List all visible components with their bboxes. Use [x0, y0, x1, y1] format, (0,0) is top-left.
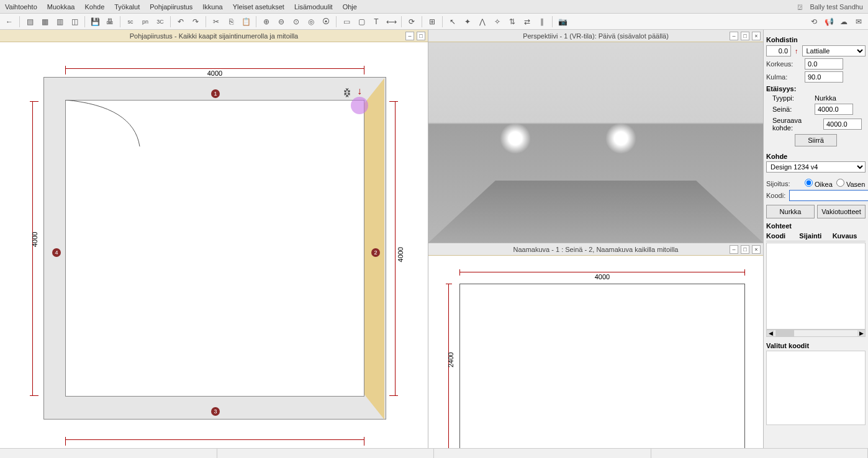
layout3-icon[interactable]: ▥: [53, 15, 66, 29]
seina-input[interactable]: [815, 104, 853, 115]
kohdistin-header: Kohdistin: [766, 36, 866, 43]
menu-ohje[interactable]: Ohje: [343, 3, 357, 11]
text-icon[interactable]: T: [369, 15, 383, 29]
menu-muokkaa[interactable]: Muokkaa: [47, 3, 75, 11]
korkeus-label: Korkeus:: [766, 60, 801, 68]
wall-badge-4[interactable]: 4: [52, 248, 61, 257]
distance-select[interactable]: Lattialle: [802, 45, 866, 56]
box-icon[interactable]: ▢: [355, 15, 368, 29]
light-spot-1: [500, 123, 531, 154]
paste-icon[interactable]: 📋: [239, 15, 253, 29]
dim-right-value: 4000: [397, 247, 404, 262]
plan-max-icon[interactable]: □: [417, 32, 425, 40]
scroll-thumb[interactable]: [775, 330, 794, 336]
tool-d-icon[interactable]: ⇅: [505, 15, 519, 29]
menu-vaihtoehto[interactable]: Vaihtoehto: [5, 3, 37, 11]
persp-min-icon[interactable]: –: [730, 32, 738, 40]
place-cursor[interactable]: ↖ ↗ ↙ ↘ ↓: [345, 86, 374, 115]
elev-min-icon[interactable]: –: [730, 245, 738, 254]
tool-e-icon[interactable]: ⇄: [520, 15, 534, 29]
nurkka-button[interactable]: Nurkka: [766, 205, 815, 218]
cut-icon[interactable]: ✂: [209, 15, 223, 29]
arrow-up-icon: ↑: [795, 47, 798, 55]
mail-icon[interactable]: ✉: [852, 15, 866, 29]
status-bar: [0, 448, 868, 458]
distance-input[interactable]: [766, 45, 791, 56]
back-icon[interactable]: ←: [2, 15, 16, 29]
print-icon[interactable]: 🖶: [103, 15, 117, 29]
wall-badge-3[interactable]: 3: [211, 407, 220, 416]
copy-icon[interactable]: ⎘: [224, 15, 238, 29]
menu-kohde[interactable]: Kohde: [84, 3, 104, 11]
kohteet-list[interactable]: [766, 243, 866, 330]
kulma-label: Kulma:: [766, 73, 801, 81]
cloud-icon[interactable]: ☁: [837, 15, 851, 29]
seuraava-input[interactable]: [823, 119, 862, 130]
zoomout-icon[interactable]: ⊖: [274, 15, 288, 29]
kohde-header: Kohde: [766, 153, 866, 160]
tool-a-icon[interactable]: ✦: [461, 15, 474, 29]
elev-max-icon[interactable]: □: [741, 245, 749, 254]
wall-badge-1[interactable]: 1: [211, 89, 220, 98]
tool-b-icon[interactable]: ⋀: [476, 15, 489, 29]
zoomall-icon[interactable]: ⦿: [319, 15, 333, 29]
zoomwin-icon[interactable]: ◎: [304, 15, 318, 29]
refresh-icon[interactable]: ⟲: [807, 15, 821, 29]
announce-icon[interactable]: 📢: [822, 15, 836, 29]
down-arrow-icon: ↓: [357, 86, 362, 97]
tool-f-icon[interactable]: ∥: [535, 15, 549, 29]
col-koodi: Koodi: [766, 232, 799, 240]
camera-icon[interactable]: 📷: [556, 15, 569, 29]
scroll-right-icon[interactable]: ▶: [857, 330, 865, 336]
layout2-icon[interactable]: ▦: [38, 15, 52, 29]
plan-canvas[interactable]: 4000 4000 4000 4000 1 2 3 4 ↖ ↗ ↙ ↘ ↓: [0, 42, 428, 458]
dim-left-value: 4000: [31, 232, 38, 247]
menu-tyokalut[interactable]: Työkalut: [114, 3, 140, 11]
zoomfit-icon[interactable]: ⊙: [289, 15, 303, 29]
tool-c-icon[interactable]: ✧: [491, 15, 504, 29]
menu-pohjapiirustus[interactable]: Pohjapiirustus: [150, 3, 192, 11]
persp-close-icon[interactable]: ×: [752, 32, 761, 40]
persp-max-icon[interactable]: □: [741, 32, 749, 40]
valitut-list[interactable]: [766, 351, 866, 425]
siirra-button[interactable]: Siirrä: [795, 134, 837, 146]
perspective-canvas[interactable]: [428, 42, 763, 243]
menu-ikkuna[interactable]: Ikkuna: [202, 3, 222, 11]
koodi-input[interactable]: [789, 190, 868, 201]
dim-line-bottom: [65, 437, 364, 446]
zoomin-icon[interactable]: ⊕: [260, 15, 273, 29]
measure-icon[interactable]: ⟷: [384, 15, 398, 29]
elevation-canvas[interactable]: 4000 2400: [428, 256, 763, 458]
sijoitus-oikea-radio[interactable]: Oikea: [805, 179, 833, 188]
list-scrollbar[interactable]: ◀ ▶: [766, 330, 866, 337]
rect-icon[interactable]: ▭: [340, 15, 353, 29]
menu-yleiset[interactable]: Yleiset asetukset: [233, 3, 284, 11]
save-icon[interactable]: 💾: [88, 15, 102, 29]
rotate-icon[interactable]: ⟳: [405, 15, 418, 29]
layout4-icon[interactable]: ◫: [68, 15, 81, 29]
wall-badge-2[interactable]: 2: [371, 248, 380, 257]
user-name: Bally test Sandhu: [810, 3, 863, 11]
plan-min-icon[interactable]: –: [405, 32, 414, 40]
help-icon[interactable]: ⍰: [798, 3, 802, 11]
layout1-icon[interactable]: ▤: [23, 15, 37, 29]
undo-icon[interactable]: ↶: [174, 15, 188, 29]
col-sijainti: Sijainti: [799, 232, 832, 240]
scroll-left-icon[interactable]: ◀: [767, 330, 774, 336]
design-select[interactable]: Design 1234 v4: [766, 161, 866, 173]
elevation-wall: [459, 284, 745, 454]
menu-lisamoduulit[interactable]: Lisämoduulit: [294, 3, 333, 11]
vakiotuotteet-button[interactable]: Vakiotuotteet: [817, 205, 866, 218]
elev-close-icon[interactable]: ×: [752, 245, 761, 254]
sc-icon[interactable]: sc: [124, 15, 137, 29]
sijoitus-vasen-radio[interactable]: Vasen: [836, 179, 865, 188]
kulma-input[interactable]: [805, 71, 843, 83]
pointer-icon[interactable]: ↖: [446, 15, 459, 29]
3c-icon[interactable]: 3C: [153, 15, 167, 29]
redo-icon[interactable]: ↷: [189, 15, 202, 29]
menubar: Vaihtoehto Muokkaa Kohde Työkalut Pohjap…: [0, 0, 868, 14]
pn-icon[interactable]: pn: [138, 15, 152, 29]
grid-icon[interactable]: ⊞: [425, 15, 439, 29]
light-spot-2: [605, 123, 636, 154]
korkeus-input[interactable]: [805, 58, 843, 70]
